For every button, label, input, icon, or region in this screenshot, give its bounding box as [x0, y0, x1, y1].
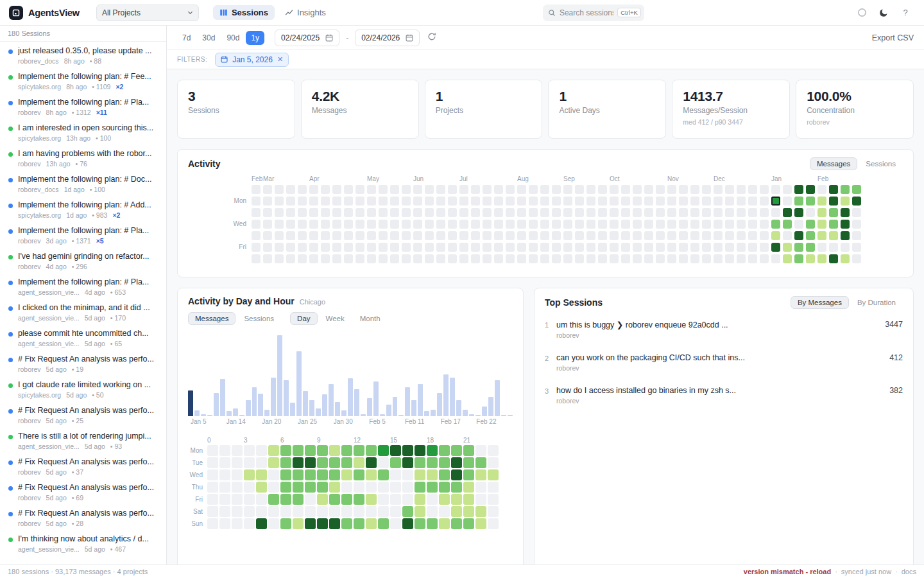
activity-day-cell[interactable]: [794, 243, 803, 252]
activity-day-cell[interactable]: [390, 254, 399, 263]
daily-bar[interactable]: [303, 391, 308, 416]
daily-bar[interactable]: [386, 405, 391, 416]
daily-bar[interactable]: [373, 381, 379, 416]
activity-day-cell[interactable]: [286, 231, 295, 240]
daily-bar[interactable]: [418, 384, 423, 416]
version-mismatch-link[interactable]: version mismatch - reload: [744, 568, 831, 575]
activity-day-cell[interactable]: [679, 208, 688, 217]
activity-day-cell[interactable]: [471, 254, 480, 263]
activity-day-cell[interactable]: [575, 254, 584, 263]
activity-day-cell[interactable]: [552, 243, 561, 252]
activity-day-cell[interactable]: [817, 231, 826, 240]
activity-day-cell[interactable]: [667, 243, 676, 252]
activity-day-cell[interactable]: [355, 231, 364, 240]
activity-day-cell[interactable]: [667, 254, 676, 263]
activity-day-cell[interactable]: [817, 208, 826, 217]
session-list-item[interactable]: Implement the following plan: # Pla...ag…: [0, 273, 166, 299]
activity-day-cell[interactable]: [748, 208, 757, 217]
activity-day-cell[interactable]: [263, 208, 272, 217]
activity-day-cell[interactable]: [714, 231, 723, 240]
activity-day-cell[interactable]: [321, 243, 330, 252]
session-list-item[interactable]: I'm thinking now about analytics / d...a…: [0, 530, 166, 556]
activity-day-cell[interactable]: [263, 231, 272, 240]
activity-day-cell[interactable]: [252, 208, 261, 217]
activity-day-cell[interactable]: [679, 254, 688, 263]
daily-bar[interactable]: [296, 351, 302, 416]
activity-day-cell[interactable]: [355, 185, 364, 194]
activity-day-cell[interactable]: [471, 243, 480, 252]
activity-day-cell[interactable]: [436, 231, 445, 240]
activity-day-cell[interactable]: [817, 254, 826, 263]
activity-day-cell[interactable]: [275, 197, 284, 206]
activity-day-cell[interactable]: [436, 185, 445, 194]
activity-toggle-sessions[interactable]: Sessions: [859, 157, 903, 170]
activity-day-cell[interactable]: [402, 197, 411, 206]
activity-day-cell[interactable]: [286, 208, 295, 217]
activity-day-cell[interactable]: [841, 208, 850, 217]
dayhour-granularity-month[interactable]: Month: [353, 312, 388, 325]
activity-day-cell[interactable]: [506, 254, 515, 263]
activity-day-cell[interactable]: [298, 208, 307, 217]
activity-day-cell[interactable]: [471, 220, 480, 229]
activity-day-cell[interactable]: [540, 185, 549, 194]
activity-day-cell[interactable]: [332, 208, 341, 217]
activity-day-cell[interactable]: [321, 220, 330, 229]
activity-day-cell[interactable]: [402, 208, 411, 217]
activity-day-cell[interactable]: [309, 231, 318, 240]
daily-bar[interactable]: [495, 380, 500, 416]
activity-day-cell[interactable]: [598, 197, 607, 206]
activity-day-cell[interactable]: [506, 197, 515, 206]
refresh-icon[interactable]: [427, 32, 436, 43]
activity-day-cell[interactable]: [575, 197, 584, 206]
activity-day-cell[interactable]: [725, 254, 734, 263]
daily-bar[interactable]: [290, 403, 295, 416]
selected-daily-bar[interactable]: [188, 390, 193, 416]
activity-day-cell[interactable]: [263, 254, 272, 263]
activity-day-cell[interactable]: [379, 197, 388, 206]
activity-day-cell[interactable]: [748, 197, 757, 206]
activity-day-cell[interactable]: [748, 243, 757, 252]
activity-day-cell[interactable]: [344, 197, 353, 206]
activity-day-cell[interactable]: [771, 231, 780, 240]
activity-day-cell[interactable]: [598, 220, 607, 229]
close-icon[interactable]: ✕: [277, 55, 283, 64]
activity-day-cell[interactable]: [344, 231, 353, 240]
activity-day-cell[interactable]: [413, 254, 422, 263]
activity-day-cell[interactable]: [737, 220, 746, 229]
activity-day-cell[interactable]: [794, 208, 803, 217]
activity-day-cell[interactable]: [806, 231, 815, 240]
daily-bar[interactable]: [431, 410, 436, 416]
activity-day-cell[interactable]: [321, 231, 330, 240]
activity-day-cell[interactable]: [586, 208, 595, 217]
daily-bar[interactable]: [335, 402, 340, 416]
activity-day-cell[interactable]: [379, 254, 388, 263]
activity-day-cell[interactable]: [529, 208, 538, 217]
session-list-item[interactable]: Implement the following plan: # Fee...sp…: [0, 67, 166, 93]
activity-day-cell[interactable]: [783, 220, 792, 229]
session-list-item[interactable]: Implement the following plan: # Doc...ro…: [0, 170, 166, 196]
daily-bar[interactable]: [488, 397, 493, 416]
activity-day-cell[interactable]: [817, 243, 826, 252]
activity-day-cell[interactable]: [413, 243, 422, 252]
daily-bar[interactable]: [271, 378, 276, 416]
activity-day-cell[interactable]: [309, 220, 318, 229]
activity-day-cell[interactable]: [494, 254, 503, 263]
dayhour-granularity-day[interactable]: Day: [290, 312, 317, 325]
activity-day-cell[interactable]: [436, 243, 445, 252]
activity-day-cell[interactable]: [263, 197, 272, 206]
activity-day-cell[interactable]: [529, 254, 538, 263]
activity-day-cell[interactable]: [725, 197, 734, 206]
activity-day-cell[interactable]: [702, 254, 711, 263]
activity-day-cell[interactable]: [760, 243, 769, 252]
activity-day-cell[interactable]: [459, 208, 468, 217]
activity-day-cell[interactable]: [425, 231, 434, 240]
activity-day-cell[interactable]: [737, 208, 746, 217]
activity-day-cell[interactable]: [817, 220, 826, 229]
selected-activity-day-cell[interactable]: [771, 197, 780, 206]
date-filter-chip[interactable]: Jan 5, 2026✕: [215, 53, 289, 67]
top-session-row[interactable]: 2can you work on the packaging CI/CD suc…: [545, 346, 903, 379]
activity-day-cell[interactable]: [402, 231, 411, 240]
activity-day-cell[interactable]: [540, 254, 549, 263]
activity-day-cell[interactable]: [286, 254, 295, 263]
activity-day-cell[interactable]: [494, 220, 503, 229]
